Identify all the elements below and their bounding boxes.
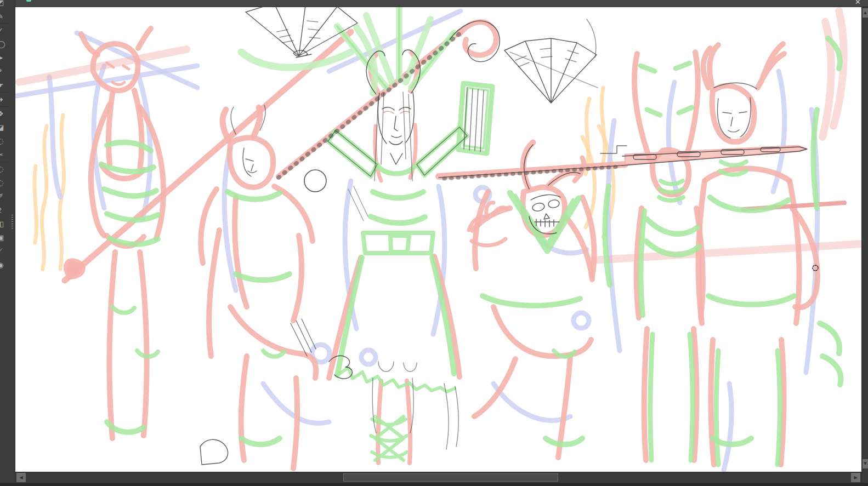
artwork-sketch	[15, 7, 861, 472]
drawing-canvas[interactable]	[15, 7, 861, 472]
move-tool-icon[interactable]: ➔	[0, 93, 9, 107]
panel-splitter-handle[interactable]	[12, 215, 13, 229]
canvas-tab-bar: ✕	[15, 0, 868, 7]
ellipse-tool-icon[interactable]: ◯	[0, 37, 9, 51]
scroll-left-icon[interactable]: ◀	[16, 473, 26, 482]
anchor-point-tool-icon[interactable]: P	[0, 65, 9, 78]
ruler-tool-icon[interactable]: ⟋	[0, 244, 9, 258]
lasso-fill-tool-icon[interactable]: ◌	[0, 176, 9, 190]
decoration-tool-icon[interactable]: ✓	[0, 24, 9, 37]
sketch-pink-layer	[65, 22, 844, 468]
window-bottom-edge	[0, 483, 868, 486]
active-tab-indicator	[26, 0, 31, 2]
hand-tool-icon[interactable]: ☛	[0, 78, 9, 93]
vertical-scrollbar[interactable]: ▲ ▼	[861, 7, 868, 483]
paint-app-window: ◩✎✓◯➤P☛➔❖◪◌✂◌◌✐2◧▣⟋◉ ✕	[0, 0, 868, 486]
horizontal-scrollbar[interactable]: ◀ ▶	[15, 472, 861, 483]
toolbar: ◩✎✓◯➤P☛➔❖◪◌✂◌◌✐2◧▣⟋◉	[0, 0, 9, 272]
selection-tool-icon[interactable]: ◌	[0, 134, 9, 148]
scroll-right-icon[interactable]: ▶	[851, 473, 860, 482]
curve-tool-icon[interactable]: 2	[0, 203, 9, 217]
scroll-up-icon[interactable]: ▲	[863, 8, 868, 18]
pen-tool-icon[interactable]: ✎	[0, 9, 9, 24]
eraser-tool-icon[interactable]: ◪	[0, 121, 9, 134]
marker-tool-icon[interactable]: ✐	[0, 190, 9, 203]
object-select-tool-icon[interactable]: ➤	[0, 51, 9, 65]
gradient-tool-icon[interactable]: ◧	[0, 217, 9, 231]
lasso-tool-icon[interactable]: ◌	[0, 162, 9, 176]
horizontal-scrollbar-thumb[interactable]	[343, 473, 558, 482]
tool-strip: ◩✎✓◯➤P☛➔❖◪◌✂◌◌✐2◧▣⟋◉	[0, 0, 15, 486]
blend-tool-icon[interactable]: ❖	[0, 107, 9, 121]
close-icon[interactable]: ✕	[855, 0, 861, 6]
fill-tool-icon[interactable]: ◉	[0, 258, 9, 272]
scroll-down-icon[interactable]: ▼	[863, 459, 868, 468]
magic-wand-tool-icon[interactable]: ◩	[0, 0, 9, 9]
frame-tool-icon[interactable]: ▣	[0, 231, 9, 244]
scissors-tool-icon[interactable]: ✂	[0, 148, 9, 162]
